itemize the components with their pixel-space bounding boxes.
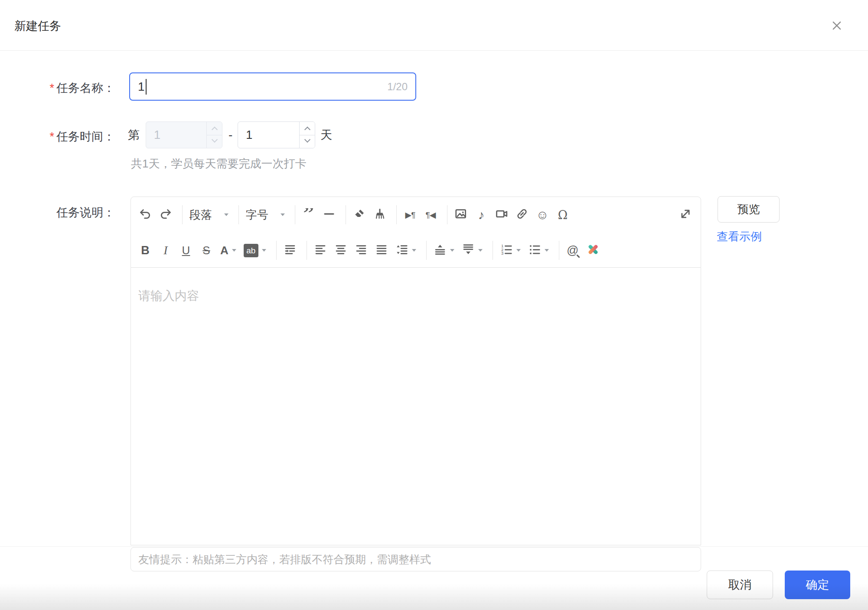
line-height-icon (395, 243, 408, 258)
view-example-link[interactable]: 查看示例 (717, 229, 762, 244)
italic-button[interactable]: I (158, 240, 173, 261)
dialog-footer-divider (0, 546, 868, 547)
video-button[interactable] (494, 204, 509, 225)
first-line-indent-button[interactable] (283, 240, 297, 261)
start-day-value: 1 (146, 128, 160, 142)
close-button[interactable] (827, 17, 846, 35)
font-color-button[interactable]: A (219, 240, 237, 261)
blockquote-icon: ” (303, 208, 314, 221)
word-import-icon (587, 243, 600, 258)
editor-content-area[interactable]: 请输入内容 (131, 268, 701, 545)
ordered-list-button[interactable]: 123 (499, 240, 522, 261)
confirm-button[interactable]: 确定 (785, 571, 850, 599)
toolbar-row-2: BIUSAab123@ (131, 233, 701, 268)
image-icon (454, 207, 467, 222)
special-character-icon: Ω (558, 209, 568, 221)
preview-button[interactable]: 预览 (718, 196, 780, 223)
audio-button[interactable]: ♪ (474, 204, 489, 225)
format-brush-button[interactable] (372, 204, 387, 225)
svg-text:3: 3 (501, 251, 503, 256)
emoji-button[interactable]: ☺ (535, 204, 550, 225)
toolbar-separator (295, 205, 295, 224)
end-day-value: 1 (238, 128, 252, 142)
underline-button[interactable]: U (179, 240, 193, 261)
special-character-button[interactable]: Ω (555, 204, 570, 225)
chevron-down-icon (281, 213, 285, 216)
font-color-icon: A (220, 245, 228, 256)
toolbar-separator (182, 205, 183, 224)
format-brush-icon (373, 207, 386, 222)
task-name-input[interactable]: 1 1/20 (129, 72, 416, 101)
decrease-button[interactable] (300, 135, 315, 148)
margin-top-button[interactable] (433, 240, 455, 261)
toolbar-separator (426, 241, 427, 260)
new-task-dialog: 新建任务 *任务名称： 1 1/20 *任务时间： 第 1 - 1 (0, 0, 868, 610)
required-asterisk: * (49, 130, 54, 143)
text-cursor (146, 79, 147, 95)
link-button[interactable] (515, 204, 529, 225)
toolbar-separator (238, 205, 239, 224)
chevron-down-icon (412, 249, 416, 252)
unordered-list-button[interactable] (527, 240, 550, 261)
strikethrough-icon: S (202, 245, 210, 256)
paragraph-select-button[interactable]: 段落 (189, 204, 229, 225)
time-suffix: 天 (320, 127, 332, 143)
chevron-up-icon (304, 127, 310, 133)
search-at-button[interactable]: @ (565, 240, 580, 261)
range-dash: - (228, 128, 232, 142)
chevron-down-icon (211, 137, 217, 143)
paste-tip: 友情提示：粘贴第三方内容，若排版不符合预期，需调整样式 (138, 552, 431, 567)
margin-bottom-button[interactable] (461, 240, 483, 261)
increase-button[interactable] (207, 122, 222, 135)
align-justify-icon (375, 243, 388, 258)
fullscreen-button[interactable] (678, 204, 693, 225)
undo-button[interactable] (138, 204, 153, 225)
unordered-list-icon (528, 243, 541, 258)
align-justify-button[interactable] (374, 240, 389, 261)
image-button[interactable] (454, 204, 468, 225)
undo-icon (139, 207, 152, 222)
chevron-down-icon (516, 249, 521, 252)
chevron-up-icon (211, 127, 217, 133)
chevron-down-icon (262, 249, 266, 252)
decrease-button[interactable] (207, 135, 222, 148)
editor-tip-bar: 友情提示：粘贴第三方内容，若排版不符合预期，需调整样式 (131, 547, 701, 571)
time-prefix: 第 (128, 127, 140, 143)
align-left-button[interactable] (313, 240, 328, 261)
horizontal-rule-icon (323, 207, 336, 222)
first-line-indent-icon (284, 243, 297, 258)
toolbar-separator (559, 241, 559, 260)
align-center-icon (334, 243, 347, 258)
font-size-select-button[interactable]: 字号 (245, 204, 286, 225)
align-right-button[interactable] (354, 240, 369, 261)
align-right-icon (355, 243, 368, 258)
close-icon (830, 27, 843, 33)
align-center-button[interactable] (333, 240, 348, 261)
dialog-header: 新建任务 (0, 0, 868, 51)
end-day-stepper[interactable]: 1 (238, 121, 315, 148)
clear-format-button[interactable] (352, 204, 367, 225)
redo-icon (159, 207, 172, 222)
video-icon (495, 207, 508, 222)
editor-toolbar: 段落字号”▶¶¶◀♪☺Ω BIUSAab123@ (131, 197, 701, 268)
dialog-title: 新建任务 (14, 18, 61, 34)
indent-icon: ▶¶ (405, 211, 415, 219)
line-height-button[interactable] (395, 240, 417, 261)
bold-button[interactable]: B (138, 240, 153, 261)
cancel-button[interactable]: 取消 (707, 571, 773, 599)
blockquote-button[interactable]: ” (301, 204, 316, 225)
indent-button[interactable]: ▶¶ (403, 204, 418, 225)
task-name-label: *任务名称： (0, 80, 115, 96)
word-import-button[interactable] (586, 240, 600, 261)
outdent-button[interactable]: ¶◀ (423, 204, 438, 225)
horizontal-rule-button[interactable] (322, 204, 336, 225)
highlight-button[interactable]: ab (243, 240, 267, 261)
clear-format-icon (353, 207, 366, 222)
fullscreen-icon (679, 207, 692, 222)
start-day-stepper: 1 (146, 121, 222, 148)
margin-top-icon (434, 243, 447, 258)
search-at-icon: @ (567, 245, 578, 256)
increase-button[interactable] (300, 122, 315, 135)
redo-button[interactable] (158, 204, 173, 225)
strikethrough-button[interactable]: S (199, 240, 214, 261)
